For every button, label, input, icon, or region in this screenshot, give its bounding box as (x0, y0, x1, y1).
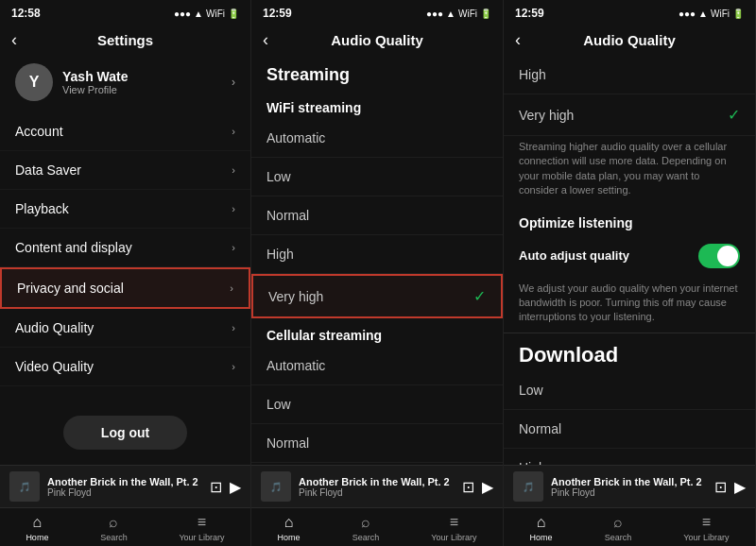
back-button-1[interactable]: ‹ (11, 30, 17, 50)
settings-header: ‹ Settings (0, 26, 250, 56)
np-device-icon-3[interactable]: ⊡ (714, 478, 727, 496)
menu-item-account[interactable]: Account › (0, 112, 250, 151)
menu-item-storage[interactable]: Storage › (0, 386, 250, 401)
bottom-nav-3: ⌂ Home ⌕ Search ≡ Your Library (504, 507, 755, 546)
auto-adjust-toggle[interactable] (698, 244, 740, 268)
np-play-icon[interactable]: ▶ (230, 478, 241, 496)
np-thumb-3: 🎵 (513, 471, 543, 502)
chevron-privacy: › (230, 282, 233, 294)
cell-automatic[interactable]: Automatic (251, 347, 503, 385)
status-icons-1: ●●●▲WiFi🔋 (174, 9, 239, 19)
settings-title: Settings (97, 32, 153, 48)
wifi-very-high[interactable]: Very high ✓ (251, 274, 503, 318)
search-icon-3: ⌕ (613, 514, 623, 531)
bottom-nav-1: ⌂ Home ⌕ Search ≡ Your Library (0, 507, 250, 546)
nav-search-1[interactable]: ⌕ Search (100, 514, 128, 542)
np-title-2: Another Brick in the Wall, Pt. 2 (299, 476, 455, 487)
chevron-video: › (232, 361, 235, 372)
now-playing-1[interactable]: 🎵 Another Brick in the Wall, Pt. 2 Pink … (0, 465, 250, 507)
np-title-1: Another Brick in the Wall, Pt. 2 (47, 476, 202, 487)
menu-item-privacy[interactable]: Privacy and social › (0, 267, 250, 309)
status-bar-1: 12:58 ●●●▲WiFi🔋 (0, 0, 250, 26)
status-bar-3: 12:59 ●●●▲WiFi🔋 (504, 0, 755, 26)
user-name: Yash Wate (62, 69, 222, 84)
wifi-automatic[interactable]: Automatic (251, 119, 503, 158)
stream-check-icon: ✓ (728, 106, 740, 124)
chevron-playback: › (232, 203, 235, 214)
settings-menu: Account › Data Saver › Playback › Conten… (0, 112, 250, 401)
cell-low[interactable]: Low (251, 385, 503, 424)
audio-quality-download-panel: 12:59 ●●●▲WiFi🔋 ‹ Audio Quality High Ver… (504, 0, 756, 546)
search-icon-1: ⌕ (109, 514, 118, 531)
auto-adjust-info: We adjust your audio quality when your i… (504, 278, 755, 333)
aq-menu: Streaming WiFi streaming Automatic Low N… (251, 56, 503, 465)
cellular-section-title: Cellular streaming (251, 318, 503, 347)
aq-header: ‹ Audio Quality (251, 26, 503, 56)
np-artist-3: Pink Floyd (551, 487, 707, 498)
optimize-title: Optimize listening (504, 206, 755, 234)
logout-button[interactable]: Log out (63, 416, 187, 450)
view-profile-link[interactable]: View Profile (62, 84, 222, 95)
nav-home-1[interactable]: ⌂ Home (26, 514, 48, 542)
time-3: 12:59 (515, 7, 544, 20)
dl-high[interactable]: High (504, 449, 755, 465)
library-icon-1: ≡ (198, 514, 206, 531)
avatar: Y (15, 63, 53, 101)
wifi-normal[interactable]: Normal (251, 196, 503, 235)
aq-header-3: ‹ Audio Quality (504, 26, 755, 56)
menu-item-datasaver[interactable]: Data Saver › (0, 151, 250, 190)
now-playing-3[interactable]: 🎵 Another Brick in the Wall, Pt. 2 Pink … (504, 465, 755, 507)
search-icon-2: ⌕ (361, 514, 370, 531)
dl-normal[interactable]: Normal (504, 410, 755, 449)
np-artist-2: Pink Floyd (299, 487, 455, 498)
nav-search-2[interactable]: ⌕ Search (352, 514, 380, 542)
aq-title: Audio Quality (331, 32, 423, 48)
chevron-datasaver: › (232, 164, 235, 176)
library-icon-2: ≡ (450, 514, 458, 531)
library-icon-3: ≡ (702, 514, 711, 531)
time-2: 12:59 (263, 7, 292, 20)
home-icon-1: ⌂ (33, 514, 43, 531)
back-button-3[interactable]: ‹ (515, 30, 521, 50)
toggle-knob (717, 246, 738, 266)
menu-item-audioquality[interactable]: Audio Quality › (0, 309, 250, 348)
wifi-high[interactable]: High (251, 235, 503, 274)
nav-home-2[interactable]: ⌂ Home (278, 514, 301, 542)
auto-adjust-row: Auto adjust quality (504, 234, 755, 278)
np-thumb-1: 🎵 (9, 471, 40, 502)
np-device-icon-2[interactable]: ⊡ (462, 478, 474, 496)
nav-library-2[interactable]: ≡ Your Library (431, 514, 476, 542)
nav-library-3[interactable]: ≡ Your Library (683, 514, 729, 542)
home-icon-3: ⌂ (537, 514, 546, 531)
profile-chevron: › (232, 76, 235, 89)
status-bar-2: 12:59 ●●●▲WiFi🔋 (251, 0, 503, 26)
stream-very-high[interactable]: Very high ✓ (504, 94, 755, 136)
user-profile[interactable]: Y Yash Wate View Profile › (0, 56, 250, 112)
nav-search-3[interactable]: ⌕ Search (605, 514, 632, 542)
np-controls-2: ⊡ ▶ (462, 478, 493, 496)
cell-normal[interactable]: Normal (251, 424, 503, 463)
chevron-audio: › (232, 322, 235, 333)
settings-panel: 12:58 ●●●▲WiFi🔋 ‹ Settings Y Yash Wate V… (0, 0, 251, 546)
stream-high[interactable]: High (504, 56, 755, 94)
status-icons-3: ●●●▲WiFi🔋 (679, 9, 744, 19)
menu-item-content[interactable]: Content and display › (0, 229, 250, 267)
np-play-icon-2[interactable]: ▶ (482, 478, 493, 496)
chevron-content: › (232, 242, 235, 253)
menu-item-playback[interactable]: Playback › (0, 190, 250, 229)
bottom-nav-2: ⌂ Home ⌕ Search ≡ Your Library (251, 507, 503, 546)
wifi-low[interactable]: Low (251, 158, 503, 196)
dl-low[interactable]: Low (504, 371, 755, 410)
auto-adjust-label: Auto adjust quality (519, 248, 629, 263)
back-button-2[interactable]: ‹ (263, 30, 268, 50)
nav-library-1[interactable]: ≡ Your Library (179, 514, 224, 542)
nav-home-3[interactable]: ⌂ Home (530, 514, 553, 542)
np-device-icon[interactable]: ⊡ (210, 478, 222, 496)
menu-item-videoquality[interactable]: Video Quality › (0, 348, 250, 386)
np-artist-1: Pink Floyd (47, 487, 202, 498)
aq-title-3: Audio Quality (583, 32, 676, 48)
np-play-icon-3[interactable]: ▶ (734, 478, 746, 496)
streaming-title: Streaming (251, 56, 503, 91)
audio-quality-panel: 12:59 ●●●▲WiFi🔋 ‹ Audio Quality Streamin… (251, 0, 504, 546)
now-playing-2[interactable]: 🎵 Another Brick in the Wall, Pt. 2 Pink … (251, 465, 503, 507)
